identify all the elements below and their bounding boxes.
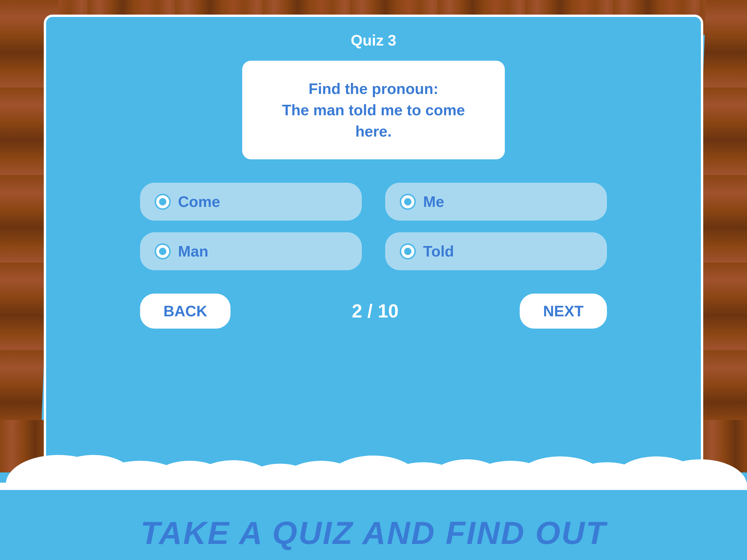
quiz-panel: Quiz 3 Find the pronoun: The man told me… — [44, 15, 703, 478]
question-line1: Find the pronoun: — [309, 80, 439, 97]
tagline: TAKE A QUIZ AND FIND OUT — [0, 514, 747, 551]
radio-inner-man — [159, 248, 166, 255]
answer-man-label: Man — [178, 243, 208, 260]
question-line3: here. — [355, 123, 392, 140]
question-card: Find the pronoun: The man told me to com… — [242, 61, 505, 159]
radio-inner-me — [404, 198, 411, 205]
radio-told — [400, 244, 416, 259]
next-button[interactable]: NEXT — [520, 294, 607, 329]
question-line2: The man told me to come — [282, 102, 465, 119]
answer-come-label: Come — [178, 193, 220, 210]
answers-grid: Come Me Man Told — [140, 183, 607, 270]
answer-me[interactable]: Me — [385, 183, 607, 221]
answer-come[interactable]: Come — [140, 183, 362, 221]
clouds-decoration — [0, 432, 747, 490]
quiz-title: Quiz 3 — [351, 31, 396, 49]
question-text: Find the pronoun: The man told me to com… — [265, 78, 482, 142]
svg-rect-20 — [0, 483, 747, 490]
radio-man — [155, 244, 171, 259]
answer-me-label: Me — [423, 193, 444, 210]
bottom-nav: BACK 2 / 10 NEXT — [140, 294, 607, 329]
answer-told-label: Told — [423, 243, 454, 260]
answer-told[interactable]: Told — [385, 232, 607, 270]
progress-indicator: 2 / 10 — [352, 300, 398, 322]
radio-come — [155, 194, 171, 210]
back-button[interactable]: BACK — [140, 294, 231, 329]
answer-man[interactable]: Man — [140, 232, 362, 270]
radio-me — [400, 194, 416, 210]
radio-inner-come — [159, 198, 166, 205]
radio-inner-told — [404, 248, 411, 255]
